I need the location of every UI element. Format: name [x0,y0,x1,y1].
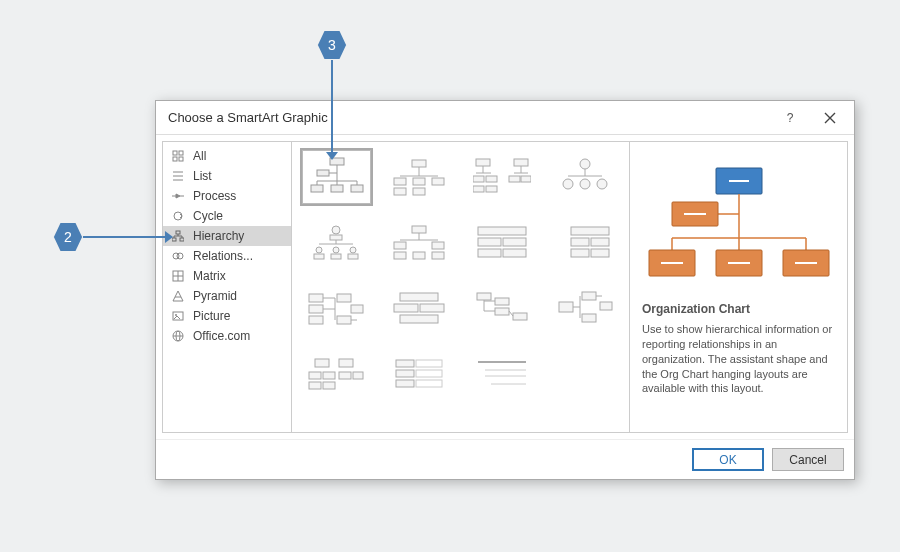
smartart-dialog: Choose a SmartArt Graphic ? All List Pro… [155,100,855,480]
list-icon [171,169,185,183]
svg-point-57 [580,159,590,169]
sidebar-item-label: Office.com [193,329,250,343]
layout-thumb[interactable] [466,280,539,338]
sidebar-item-label: Cycle [193,209,223,223]
sidebar-item-label: Process [193,189,236,203]
thumb-graphic [556,156,614,198]
dialog-body: All List Process Cycle Hierarchy Relatio… [156,135,854,439]
svg-rect-116 [582,292,596,300]
layout-thumb[interactable] [548,214,621,272]
sidebar-item-hierarchy[interactable]: Hierarchy [163,226,291,246]
sidebar-item-process[interactable]: Process [163,186,291,206]
layout-thumb[interactable] [383,346,456,404]
sidebar-item-cycle[interactable]: Cycle [163,206,291,226]
callout-arrow-3 [326,152,338,160]
svg-rect-90 [591,249,609,257]
cancel-button[interactable]: Cancel [772,448,844,471]
svg-rect-53 [509,176,520,182]
layout-thumb[interactable] [300,346,373,404]
svg-rect-132 [396,380,414,387]
svg-rect-129 [416,360,442,367]
svg-line-112 [509,311,513,316]
layout-thumb[interactable] [466,346,539,404]
svg-rect-77 [432,242,444,249]
preview-org-chart-graphic [644,160,834,295]
svg-rect-119 [600,302,612,310]
sidebar-item-list[interactable]: List [163,166,291,186]
preview-description: Use to show hierarchical information or … [642,322,835,396]
thumb-graphic [473,354,531,396]
svg-rect-123 [323,372,335,379]
svg-rect-98 [337,316,351,324]
sidebar-item-matrix[interactable]: Matrix [163,266,291,286]
svg-rect-27 [317,170,329,176]
thumb-graphic [307,222,365,264]
svg-rect-46 [514,159,528,166]
svg-rect-54 [521,176,531,182]
thumb-graphic [473,222,531,264]
svg-rect-131 [416,370,442,377]
svg-point-68 [333,247,339,253]
svg-rect-41 [413,178,425,185]
sidebar-item-all[interactable]: All [163,146,291,166]
layout-thumb[interactable] [300,214,373,272]
svg-rect-43 [394,188,406,195]
svg-rect-108 [513,313,527,320]
sidebar-item-label: All [193,149,206,163]
sidebar-item-pyramid[interactable]: Pyramid [163,286,291,306]
callout-line-3 [331,60,333,155]
svg-rect-113 [559,302,573,312]
svg-rect-52 [486,176,497,182]
svg-rect-104 [400,315,438,323]
svg-rect-3 [179,157,183,161]
layout-thumb[interactable] [548,148,621,206]
thumb-graphic [390,222,448,264]
svg-rect-51 [473,176,484,182]
svg-rect-1 [179,151,183,155]
svg-rect-89 [571,249,589,257]
pyramid-icon [171,289,185,303]
svg-rect-84 [478,249,501,257]
svg-rect-88 [591,238,609,246]
layout-thumb[interactable] [466,148,539,206]
sidebar-item-label: Relations... [193,249,253,263]
svg-point-61 [580,179,590,189]
help-button[interactable]: ? [770,102,810,134]
svg-rect-127 [353,372,363,379]
globe-icon [171,329,185,343]
thumb-graphic [556,222,614,264]
layout-thumb[interactable] [466,214,539,272]
svg-rect-2 [173,157,177,161]
sidebar-item-office[interactable]: Office.com [163,326,291,346]
svg-rect-79 [432,252,444,259]
svg-rect-100 [351,305,363,313]
layout-thumb[interactable] [383,280,456,338]
svg-rect-120 [315,359,329,367]
svg-rect-87 [571,238,589,246]
svg-rect-42 [432,178,444,185]
ok-button[interactable]: OK [692,448,764,471]
sidebar-item-relationship[interactable]: Relations... [163,246,291,266]
svg-rect-83 [503,238,526,246]
callout-arrow-2 [165,231,173,243]
layout-thumb[interactable] [300,280,373,338]
titlebar: Choose a SmartArt Graphic ? [156,101,854,135]
layout-thumb[interactable] [383,148,456,206]
sidebar-item-label: Hierarchy [193,229,244,243]
svg-rect-31 [311,185,323,192]
svg-rect-10 [180,238,184,241]
svg-rect-133 [416,380,442,387]
svg-rect-85 [503,249,526,257]
svg-rect-128 [396,360,414,367]
layout-thumb[interactable] [383,214,456,272]
svg-rect-82 [478,238,501,246]
svg-rect-33 [351,185,363,192]
svg-rect-45 [476,159,490,166]
svg-point-69 [350,247,356,253]
relationship-icon [171,249,185,263]
svg-rect-40 [394,178,406,185]
close-button[interactable] [810,102,850,134]
layout-thumb[interactable] [548,280,621,338]
svg-rect-32 [331,185,343,192]
sidebar-item-picture[interactable]: Picture [163,306,291,326]
